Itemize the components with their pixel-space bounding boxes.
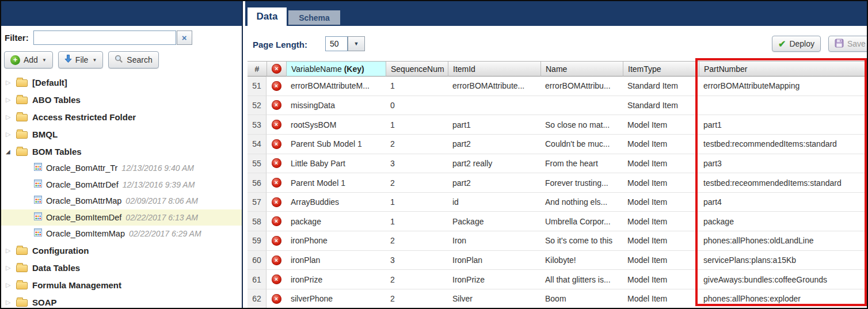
cell-partnumber[interactable]: part4 <box>699 193 867 212</box>
cell-partnumber[interactable]: testbed:recommendedItems:standard <box>699 135 867 154</box>
tree-table-oracle-bomitemmap[interactable]: Oracle_BomItemMap02/22/2017 6:29 AM <box>1 226 242 242</box>
tab-schema[interactable]: Schema <box>288 10 340 25</box>
column-header-delete[interactable]: × <box>267 61 286 77</box>
cell-name[interactable]: Forever trusting... <box>540 173 623 193</box>
cell-name[interactable]: So close no mat... <box>540 115 623 135</box>
cell-sequencenum[interactable]: 3 <box>386 154 448 174</box>
tab-data[interactable]: Data <box>248 7 287 26</box>
cell-name[interactable]: From the heart <box>540 154 623 174</box>
column-header-num[interactable]: # <box>248 61 267 77</box>
search-button[interactable]: Search <box>108 51 158 68</box>
delete-row-icon[interactable]: × <box>272 255 281 265</box>
tree-folder-default[interactable]: ▷[Default] <box>1 74 242 91</box>
cell-sequencenum[interactable]: 1 <box>386 115 448 135</box>
delete-row-icon[interactable]: × <box>272 294 281 304</box>
delete-row-icon[interactable]: × <box>272 139 281 149</box>
filter-input[interactable] <box>33 30 176 45</box>
cell-variablename[interactable]: ironPlan <box>286 251 386 270</box>
delete-row-icon[interactable]: × <box>272 236 281 246</box>
cell-itemid[interactable]: Silver <box>448 289 540 309</box>
expand-icon[interactable]: ▷ <box>6 113 15 121</box>
cell-variablename[interactable]: ironPhone <box>286 231 386 251</box>
page-length-select[interactable]: 50 <box>325 36 348 51</box>
cell-itemid[interactable]: part2 <box>448 135 540 154</box>
column-header-variablename[interactable]: VariableName(Key) <box>286 61 386 77</box>
column-header-sequencenum[interactable]: SequenceNum <box>386 61 448 77</box>
cell-itemid[interactable]: Iron <box>448 231 540 251</box>
cell-partnumber[interactable] <box>699 96 867 116</box>
cell-name[interactable]: All that glitters is... <box>540 270 623 289</box>
cell-variablename[interactable]: Little Baby Part <box>286 154 386 174</box>
delete-row-icon[interactable]: × <box>272 81 281 91</box>
tree-folder-formula-management[interactable]: ▷Formula Management <box>1 277 242 294</box>
delete-row-icon[interactable]: × <box>272 197 281 207</box>
cell-itemtype[interactable]: Model Item <box>623 289 699 309</box>
expand-icon[interactable]: ▷ <box>6 264 15 272</box>
cell-partnumber[interactable]: package <box>699 212 867 231</box>
expand-icon[interactable]: ▷ <box>6 281 15 289</box>
cell-variablename[interactable]: package <box>286 212 386 231</box>
cell-partnumber[interactable]: testbed:receommendedItems:standard <box>699 173 867 193</box>
cell-itemid[interactable]: id <box>448 193 540 212</box>
cell-partnumber[interactable]: phones:allPhones:oldLandLine <box>699 231 867 251</box>
tree-folder-soap[interactable]: ▷SOAP <box>1 294 242 309</box>
cell-variablename[interactable]: Parent Model 1 <box>286 173 386 193</box>
cell-name[interactable]: Boom <box>540 289 623 309</box>
tree-folder-access-restricted-folder[interactable]: ▷Access Restricted Folder <box>1 108 242 125</box>
tree-folder-bom-tables[interactable]: ◢BOM Tables <box>1 143 242 160</box>
expand-icon[interactable]: ▷ <box>6 299 15 306</box>
cell-partnumber[interactable]: phones:allPhones:exploder <box>699 289 867 309</box>
cell-variablename[interactable]: errorBOMAttributeM... <box>286 77 386 96</box>
cell-sequencenum[interactable]: 2 <box>386 231 448 251</box>
cell-itemtype[interactable]: Model Item <box>623 212 699 231</box>
clear-filter-button[interactable]: × <box>177 30 192 45</box>
expand-icon[interactable]: ▷ <box>6 247 15 254</box>
cell-sequencenum[interactable]: 2 <box>386 135 448 154</box>
cell-name[interactable]: Couldn't be muc... <box>540 135 623 154</box>
expand-icon[interactable]: ▷ <box>6 79 15 86</box>
cell-variablename[interactable]: rootSysBOM <box>286 115 386 135</box>
cell-name[interactable]: errorBOMAttribu... <box>540 77 623 96</box>
tree-table-oracle-bomitemdef[interactable]: Oracle_BomItemDef02/22/2017 6:13 AM <box>1 209 242 226</box>
cell-variablename[interactable]: missingData <box>286 96 386 116</box>
cell-itemtype[interactable]: Model Item <box>623 154 699 174</box>
cell-partnumber[interactable]: servicePlans:plans:a15Kb <box>699 251 867 270</box>
tree-folder-bmql[interactable]: ▷BMQL <box>1 125 242 143</box>
cell-name[interactable]: So it's come to this <box>540 231 623 251</box>
tree-table-oracle-bomattr-tr[interactable]: Oracle_BomAttr_Tr12/13/2016 9:40 AM <box>1 160 242 177</box>
column-header-partnumber[interactable]: PartNumber <box>699 61 867 77</box>
collapse-icon[interactable]: ◢ <box>6 148 15 155</box>
add-button[interactable]: + Add ▼ <box>4 51 53 68</box>
tree-folder-configuration[interactable]: ▷Configuration <box>1 242 242 260</box>
delete-row-icon[interactable]: × <box>272 100 281 110</box>
cell-itemid[interactable]: part1 <box>448 115 540 135</box>
cell-itemtype[interactable]: Model Item <box>623 231 699 251</box>
cell-sequencenum[interactable]: 2 <box>386 289 448 309</box>
cell-variablename[interactable]: ironPrize <box>286 270 386 289</box>
delete-row-icon[interactable]: × <box>272 178 281 188</box>
cell-itemtype[interactable]: Model Item <box>623 193 699 212</box>
cell-itemid[interactable]: errorBOMAttribute... <box>448 77 540 96</box>
tree-folder-abo-tables[interactable]: ▷ABO Tables <box>1 91 242 108</box>
save-button[interactable]: Save <box>828 36 868 52</box>
cell-itemid[interactable]: IronPlan <box>448 251 540 270</box>
cell-itemtype[interactable]: Model Item <box>623 135 699 154</box>
delete-row-icon[interactable]: × <box>272 216 281 226</box>
cell-itemid[interactable]: IronPrize <box>448 270 540 289</box>
cell-name[interactable]: Kilobyte! <box>540 251 623 270</box>
cell-partnumber[interactable]: part1 <box>699 115 867 135</box>
cell-sequencenum[interactable]: 0 <box>386 96 448 116</box>
cell-itemtype[interactable]: Model Item <box>623 270 699 289</box>
cell-variablename[interactable]: ArrayBuddies <box>286 193 386 212</box>
cell-partnumber[interactable]: part3 <box>699 154 867 174</box>
cell-itemtype[interactable]: Model Item <box>623 115 699 135</box>
cell-partnumber[interactable]: giveAways:bundles:coffeeGrounds <box>699 270 867 289</box>
cell-name[interactable] <box>540 96 623 116</box>
cell-name[interactable]: Umbrella Corpor... <box>540 212 623 231</box>
expand-icon[interactable]: ▷ <box>6 131 15 138</box>
delete-row-icon[interactable]: × <box>272 120 281 129</box>
cell-name[interactable]: And nothing els... <box>540 193 623 212</box>
cell-itemid[interactable]: Package <box>448 212 540 231</box>
cell-variablename[interactable]: Parent Sub Model 1 <box>286 135 386 154</box>
column-header-itemtype[interactable]: ItemType <box>623 61 699 77</box>
